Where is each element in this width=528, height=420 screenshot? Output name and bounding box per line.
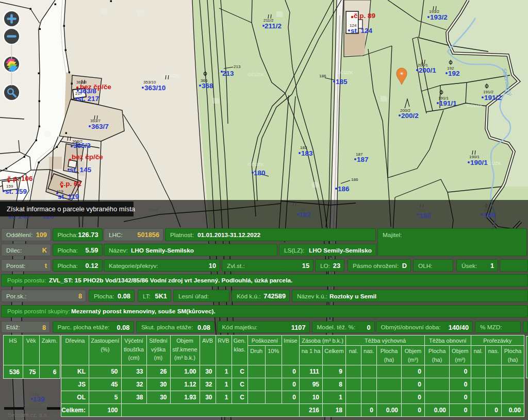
svg-text:©ČÚZK: ©ČÚZK	[163, 73, 179, 78]
svg-text:186: 186	[351, 177, 358, 182]
svg-text:213: 213	[222, 70, 234, 77]
svg-text:✳: ✳	[400, 71, 404, 76]
svg-text:191/1: 191/1	[439, 99, 457, 107]
svg-text:bez čp/če: bez čp/če	[80, 83, 111, 91]
svg-text:©ČÚZK: ©ČÚZK	[467, 103, 483, 108]
svg-text:180: 180	[254, 169, 266, 177]
svg-text:186: 186	[338, 185, 350, 193]
svg-text:363/7: 363/7	[91, 123, 109, 130]
svg-text:192: 192	[448, 70, 460, 77]
svg-text:200/2: 200/2	[401, 112, 419, 120]
svg-text:193/2: 193/2	[430, 13, 448, 21]
svg-text:č.p. 106: č.p. 106	[7, 175, 33, 182]
svg-text:186: 186	[319, 74, 326, 78]
svg-text:183: 183	[301, 149, 313, 157]
svg-text:st. 217: st. 217	[77, 95, 99, 103]
svg-text:200/1: 200/1	[419, 66, 436, 74]
svg-text:st. 124: st. 124	[351, 27, 373, 35]
svg-text:bez čp/če: bez čp/če	[72, 153, 103, 161]
svg-text:213: 213	[234, 64, 241, 69]
svg-text:211/2: 211/2	[265, 22, 282, 30]
svg-text:©ČÚZK: ©ČÚZK	[248, 161, 264, 167]
svg-text:č.p. 62: č.p. 62	[60, 180, 81, 188]
svg-text:366/2: 366/2	[73, 142, 91, 149]
svg-text:st. 119: st. 119	[58, 193, 79, 200]
svg-text:363/10: 363/10	[144, 84, 166, 92]
svg-text:©ČÚZK: ©ČÚZK	[248, 72, 264, 77]
svg-text:č.p. 89: č.p. 89	[354, 12, 375, 20]
svg-text:187: 187	[357, 156, 369, 163]
svg-text:st. 145: st. 145	[70, 166, 92, 174]
svg-text:185: 185	[336, 78, 348, 86]
svg-text:©ČÚZK: ©ČÚZK	[337, 70, 353, 75]
svg-text:st. 159: st. 159	[5, 188, 27, 195]
svg-text:368: 368	[202, 82, 213, 90]
svg-text:191/2: 191/2	[484, 94, 502, 102]
svg-text:190/1: 190/1	[470, 159, 488, 166]
